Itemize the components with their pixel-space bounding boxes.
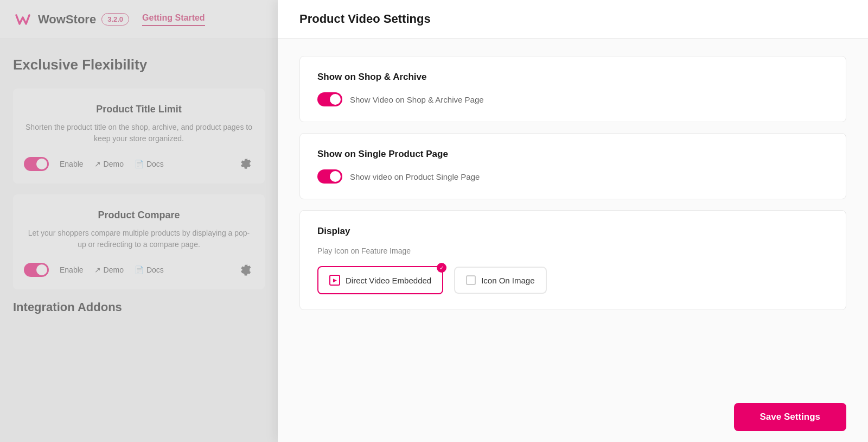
docs-link-0[interactable]: 📄 Docs xyxy=(135,160,164,168)
option-icon-on-image[interactable]: Icon On Image xyxy=(454,267,546,294)
feature-desc-1: Let your shoppers compare multiple produ… xyxy=(24,228,254,250)
section-display: Display Play Icon on Feature Image ✓ Dir… xyxy=(299,210,846,310)
version-badge: 3.2.0 xyxy=(101,13,129,26)
feature-desc-0: Shorten the product title on the shop, a… xyxy=(24,122,254,144)
feature-actions-0: Enable ↗ Demo 📄 Docs xyxy=(24,155,254,173)
settings-title: Product Video Settings xyxy=(278,0,868,39)
top-nav: WowStore 3.2.0 Getting Started xyxy=(0,0,278,39)
logo-text: WowStore xyxy=(38,12,96,27)
gear-button-1[interactable] xyxy=(237,261,254,279)
settings-body: Show on Shop & Archive Show Video on Sho… xyxy=(278,39,868,327)
display-subtitle: Play Icon on Feature Image xyxy=(317,247,828,255)
docs-icon-0: 📄 xyxy=(135,160,144,168)
toggle-shop-archive-label: Show Video on Shop & Archive Page xyxy=(350,95,484,104)
section-single-product: Show on Single Product Page Show video o… xyxy=(299,133,846,199)
save-settings-button[interactable]: Save Settings xyxy=(734,403,847,431)
feature-card-compare: Product Compare Let your shoppers compar… xyxy=(13,194,265,289)
demo-link-0[interactable]: ↗ Demo xyxy=(94,160,124,168)
icon-on-image-label: Icon On Image xyxy=(481,276,534,285)
enable-label-0: Enable xyxy=(60,160,84,168)
toggle-title-limit[interactable] xyxy=(24,157,49,171)
external-link-icon-0: ↗ xyxy=(94,160,101,168)
toggle-single-product[interactable] xyxy=(317,169,342,184)
demo-link-1[interactable]: ↗ Demo xyxy=(94,266,124,274)
display-options: ✓ Direct Video Embedded Icon On Image xyxy=(317,266,828,294)
getting-started-tab[interactable]: Getting Started xyxy=(142,13,205,26)
feature-card-title-limit: Product Title Limit Shorten the product … xyxy=(13,89,265,184)
toggle-row-shop-archive: Show Video on Shop & Archive Page xyxy=(317,92,828,106)
toggle-shop-archive[interactable] xyxy=(317,92,342,106)
feature-title-1: Product Compare xyxy=(24,210,254,221)
external-link-icon-1: ↗ xyxy=(94,266,101,274)
toggle-compare[interactable] xyxy=(24,263,49,277)
feature-title-0: Product Title Limit xyxy=(24,104,254,115)
svg-rect-0 xyxy=(13,10,33,29)
section-shop-archive-title: Show on Shop & Archive xyxy=(317,72,828,83)
enable-label-1: Enable xyxy=(60,266,84,274)
section-display-title: Display xyxy=(317,226,828,237)
save-button-area: Save Settings xyxy=(278,392,868,442)
direct-video-label: Direct Video Embedded xyxy=(346,276,431,285)
secondary-title: Integration Addons xyxy=(13,300,265,314)
docs-icon-1: 📄 xyxy=(135,266,144,274)
left-content: Exclusive Flexibility Product Title Limi… xyxy=(0,39,278,332)
main-title: Exclusive Flexibility xyxy=(13,56,265,73)
section-shop-archive: Show on Shop & Archive Show Video on Sho… xyxy=(299,56,846,122)
wowstore-logo-icon xyxy=(13,10,33,29)
gear-button-0[interactable] xyxy=(237,155,254,173)
feature-actions-1: Enable ↗ Demo 📄 Docs xyxy=(24,261,254,279)
settings-panel: Product Video Settings Show on Shop & Ar… xyxy=(278,0,868,442)
left-panel: WowStore 3.2.0 Getting Started Exclusive… xyxy=(0,0,278,442)
checkbox-icon-on-image[interactable] xyxy=(466,275,476,285)
option-direct-video[interactable]: ✓ Direct Video Embedded xyxy=(317,266,443,294)
section-single-product-title: Show on Single Product Page xyxy=(317,149,828,160)
video-icon xyxy=(329,275,340,286)
selected-checkmark-icon: ✓ xyxy=(437,263,446,273)
logo-area: WowStore 3.2.0 xyxy=(13,10,129,29)
toggle-single-product-label: Show video on Product Single Page xyxy=(350,172,480,181)
docs-link-1[interactable]: 📄 Docs xyxy=(135,266,164,274)
toggle-row-single-product: Show video on Product Single Page xyxy=(317,169,828,184)
